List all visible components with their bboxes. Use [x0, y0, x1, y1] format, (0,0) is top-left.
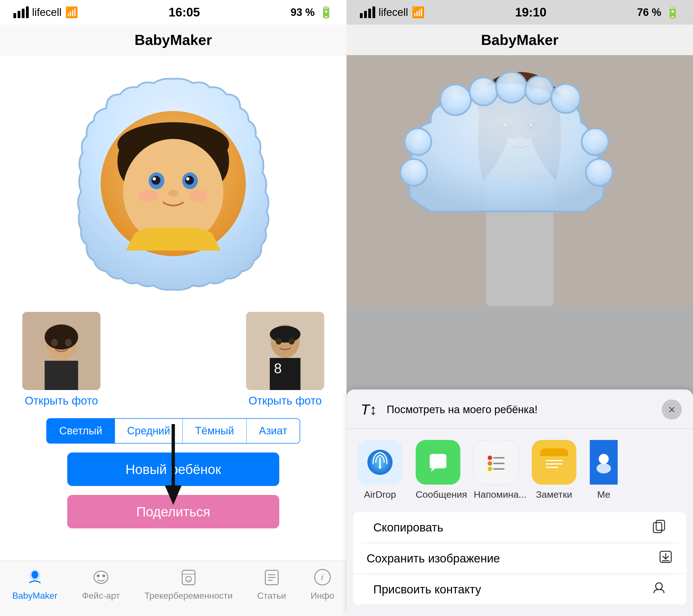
svg-point-59 [496, 72, 527, 103]
carrier-label: lifecell [32, 6, 62, 18]
share-close-button[interactable]: × [662, 399, 682, 420]
battery-icon-right: 🔋 [666, 6, 680, 19]
svg-point-60 [525, 76, 553, 104]
tab-label-babymaker: BabyMaker [12, 591, 58, 601]
svg-point-23 [270, 326, 300, 343]
svg-rect-20 [45, 361, 78, 390]
tab-label-articles: Статьи [257, 591, 286, 601]
airdrop-icon [358, 440, 402, 484]
right-panel: lifecell 📶 19:10 76 % 🔋 BabyMaker [346, 0, 693, 616]
svg-point-31 [32, 571, 38, 579]
save-icon [658, 550, 673, 567]
cloud-frame-svg [62, 72, 285, 295]
svg-point-64 [582, 128, 609, 155]
messages-icon [416, 440, 460, 484]
wifi-icon: 📶 [65, 6, 78, 18]
open-photo-right[interactable]: Открыть фото [249, 395, 322, 407]
right-nav-title: BabyMaker [481, 32, 558, 48]
tab-info[interactable]: i Инфо [311, 566, 334, 601]
cloud-frame [62, 72, 285, 295]
assign-contact-action[interactable]: Присвоить контакту [360, 574, 680, 605]
svg-point-10 [153, 177, 156, 180]
tab-articles[interactable]: Статьи [257, 566, 286, 601]
baby-image-container [62, 72, 285, 295]
share-apps-row: AirDrop Сообщения [346, 429, 693, 505]
tab-tracker[interactable]: Трекербеременности [144, 566, 233, 601]
tab-label-tracker: Трекербеременности [144, 591, 233, 601]
right-time: 19:10 [515, 5, 547, 19]
save-image-action[interactable]: Сохранить изображение [353, 543, 686, 574]
notes-icon [532, 440, 576, 484]
info-tab-icon: i [311, 566, 334, 589]
svg-point-38 [186, 579, 191, 582]
skin-btn-dark[interactable]: Тёмный [183, 419, 246, 443]
skin-btn-light[interactable]: Светлый [47, 419, 115, 443]
right-cloud-frame [394, 72, 645, 262]
svg-rect-69 [482, 448, 510, 476]
reminders-icon [474, 440, 518, 484]
share-header: T↕ Посмотреть на моего ребёнка! × [346, 390, 693, 429]
skin-btn-asian[interactable]: Азиат [246, 419, 300, 443]
svg-point-62 [404, 128, 431, 155]
notes-label: Заметки [536, 489, 572, 500]
tab-label-info: Инфо [311, 591, 334, 601]
photo-item-left: Открыть фото [22, 312, 100, 407]
copy-action[interactable]: Скопировать [360, 512, 680, 543]
svg-marker-29 [165, 485, 182, 505]
share-actions-group: Скопировать Сохранить изображение [353, 512, 686, 605]
faceart-tab-icon [90, 566, 112, 589]
svg-point-24 [276, 338, 282, 344]
svg-rect-35 [182, 570, 195, 585]
messages-item[interactable]: Сообщения [416, 440, 460, 500]
tab-label-faceart: Фейс-арт [82, 591, 120, 601]
svg-point-61 [551, 84, 580, 113]
me-label: Me [597, 489, 610, 500]
svg-point-34 [102, 574, 105, 577]
svg-point-33 [97, 574, 100, 577]
signal-icon [13, 6, 29, 18]
svg-point-57 [440, 84, 471, 115]
svg-point-12 [168, 190, 178, 197]
svg-rect-78 [540, 452, 568, 456]
left-status-bar: lifecell 📶 16:05 93 % 🔋 [0, 0, 346, 24]
photo-item-right: 8 Открыть фото [246, 312, 324, 407]
left-time: 16:05 [169, 5, 200, 19]
svg-point-25 [289, 338, 295, 344]
svg-rect-85 [656, 520, 665, 530]
messages-label: Сообщения [416, 489, 460, 500]
notes-item[interactable]: Заметки [532, 440, 576, 500]
battery-icon-left: 🔋 [319, 6, 333, 19]
down-arrow [165, 424, 182, 508]
right-cloud-svg [394, 72, 645, 262]
reminders-item[interactable]: Напомина... [474, 440, 518, 500]
tab-faceart[interactable]: Фейс-арт [82, 566, 120, 601]
svg-rect-86 [653, 522, 662, 533]
right-status-bar: lifecell 📶 19:10 76 % 🔋 [346, 0, 693, 24]
open-photo-left[interactable]: Открыть фото [25, 395, 98, 407]
svg-point-67 [379, 466, 381, 469]
svg-point-65 [586, 159, 613, 186]
svg-text:i: i [321, 572, 323, 582]
svg-point-32 [94, 571, 108, 583]
svg-point-74 [488, 467, 492, 471]
left-status-left: lifecell 📶 [13, 6, 78, 18]
battery-percent-right: 76 % [637, 6, 661, 18]
copy-label: Скопировать [373, 521, 443, 534]
svg-point-72 [488, 461, 492, 465]
tab-babymaker[interactable]: BabyMaker [12, 566, 58, 601]
airdrop-item[interactable]: AirDrop [358, 440, 402, 500]
svg-point-18 [51, 339, 58, 346]
me-item[interactable]: Me [590, 440, 618, 500]
svg-point-9 [185, 176, 194, 185]
left-tab-bar: BabyMaker Фейс-арт [0, 560, 346, 616]
svg-point-70 [488, 456, 492, 460]
photo-thumb-right: 8 [246, 312, 324, 390]
save-image-label: Сохранить изображение [367, 552, 500, 565]
right-nav-bar: BabyMaker [346, 24, 693, 55]
left-nav-bar: BabyMaker [0, 24, 346, 55]
svg-point-14 [189, 190, 208, 202]
me-icon [590, 440, 618, 484]
svg-point-19 [65, 339, 72, 346]
right-wifi-icon: 📶 [412, 6, 424, 18]
left-nav-title: BabyMaker [135, 32, 212, 48]
